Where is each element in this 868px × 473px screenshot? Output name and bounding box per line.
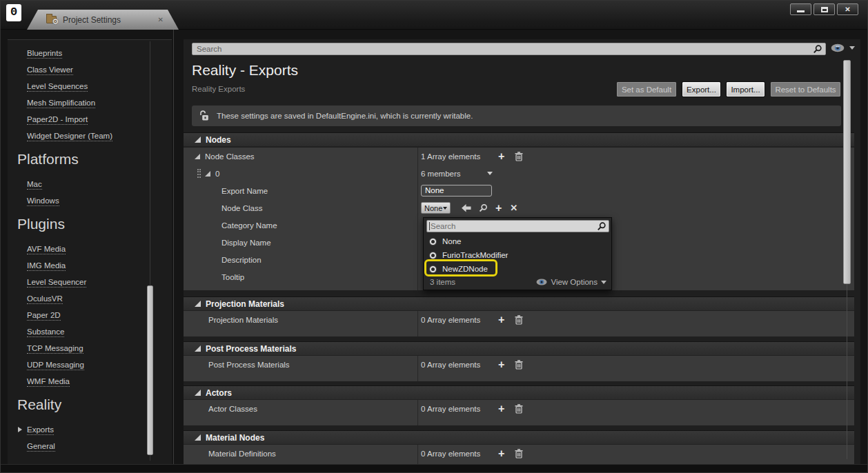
option-label: None (442, 237, 462, 245)
settings-main-panel: Reality - Exports Reality Exports Set as… (184, 39, 860, 464)
sidebar-item-widget-designer[interactable]: Widget Designer (Team) (8, 128, 172, 145)
add-element-button[interactable]: + (498, 152, 504, 161)
export-button[interactable]: Export... (682, 82, 720, 97)
sidebar-item-label: UDP Messaging (27, 361, 84, 370)
view-options-button[interactable]: View Options (536, 278, 606, 286)
sidebar-item-mac[interactable]: Mac (8, 177, 172, 193)
sidebar-item-level-sequences[interactable]: Level Sequences (8, 79, 172, 95)
sidebar-item-paper2d-import[interactable]: Paper2D - Import (8, 112, 172, 128)
maximize-button[interactable] (813, 3, 835, 15)
row-label: 0 (215, 170, 219, 178)
sidebar-item-class-viewer[interactable]: Class Viewer (8, 62, 172, 79)
sidebar-item-label: General (27, 442, 55, 452)
section-title: Material Nodes (206, 433, 264, 443)
element-options-dropdown-icon[interactable] (487, 172, 493, 175)
delete-elements-button[interactable] (515, 152, 523, 161)
title-bar: 0 ⚙ Project Settings ✕ ✕ (1, 1, 867, 30)
tab-close-icon[interactable]: ✕ (158, 16, 164, 23)
delete-elements-button[interactable] (515, 315, 523, 325)
sidebar-item-avf-media[interactable]: AVF Media (8, 241, 172, 258)
main-scrollbar-thumb[interactable] (843, 60, 851, 284)
app-logo: 0 (6, 4, 21, 21)
add-button[interactable]: + (495, 203, 502, 213)
expand-arrow-icon[interactable] (195, 434, 201, 441)
row-label: Node Classes (205, 152, 255, 161)
sidebar-item-windows[interactable]: Windows (8, 193, 172, 210)
search-icon (597, 221, 606, 231)
class-picker-search-input[interactable] (431, 222, 597, 230)
members-count: 6 members (421, 170, 487, 178)
expand-arrow-icon[interactable] (195, 301, 201, 307)
section-header-projection-materials[interactable]: Projection Materials (184, 296, 854, 311)
browse-asset-button[interactable] (479, 203, 488, 212)
expand-arrow-icon[interactable] (205, 171, 210, 177)
close-icon: ✕ (845, 6, 850, 13)
settings-search-bar[interactable] (192, 43, 826, 55)
set-as-default-button[interactable]: Set as Default (617, 82, 676, 97)
project-settings-window: 0 ⚙ Project Settings ✕ ✕ Blueprints Clas… (0, 0, 868, 473)
delete-elements-button[interactable] (515, 449, 523, 459)
combobox-value: None (424, 204, 442, 212)
row-label: Category Name (221, 221, 277, 230)
sidebar-scrollbar-thumb[interactable] (147, 285, 153, 455)
node-class-combobox[interactable]: None (421, 202, 451, 214)
delete-elements-button[interactable] (515, 360, 523, 370)
expand-arrow-icon[interactable] (195, 137, 201, 143)
view-visibility-control[interactable] (831, 43, 855, 52)
class-picker-search-bar[interactable] (426, 220, 609, 232)
sidebar-item-img-media[interactable]: IMG Media (8, 258, 172, 274)
add-element-button[interactable]: + (498, 404, 504, 414)
section-header-material-nodes[interactable]: Material Nodes (184, 430, 854, 445)
sidebar-item-blueprints[interactable]: Blueprints (8, 46, 172, 62)
sidebar-item-label: Paper2D - Import (27, 115, 88, 125)
class-option-none[interactable]: None (424, 234, 611, 248)
selected-item-arrow-icon (18, 427, 22, 432)
section-header-post-process-materials[interactable]: Post Process Materials (184, 341, 854, 356)
import-button[interactable]: Import... (727, 82, 765, 97)
add-element-button[interactable]: + (498, 360, 504, 370)
export-name-input[interactable]: None (421, 185, 492, 197)
section-header-nodes[interactable]: Nodes (184, 132, 854, 147)
sidebar-item-label: WMF Media (27, 377, 70, 387)
close-button[interactable]: ✕ (837, 3, 858, 15)
class-picker-footer: 3 items View Options (424, 276, 611, 288)
class-option-furiotrackmodifier[interactable]: FurioTrackModifier (424, 248, 611, 262)
row-material-definitions: Material Definitions 0 Array elements + (184, 445, 854, 462)
sidebar-item-label: TCP Messaging (27, 344, 83, 354)
sidebar-heading-platforms: Platforms (8, 149, 172, 170)
minimize-button[interactable] (790, 3, 811, 15)
expand-arrow-icon[interactable] (195, 345, 201, 352)
class-option-newzdnode[interactable]: NewZDNode (424, 262, 611, 276)
page-title: Reality - Exports (192, 62, 298, 79)
settings-search-input[interactable] (197, 45, 813, 53)
tab-project-settings[interactable]: ⚙ Project Settings ✕ (27, 10, 179, 30)
expand-arrow-icon[interactable] (195, 154, 200, 159)
drag-handle[interactable] (197, 169, 201, 178)
panel-splitter[interactable] (173, 30, 174, 464)
section-header-actors[interactable]: Actors (184, 385, 854, 400)
settings-sidebar: Blueprints Class Viewer Level Sequences … (8, 39, 172, 464)
row-label: Node Class (221, 204, 262, 212)
reset-to-defaults-button[interactable]: Reset to Defaults (771, 82, 840, 97)
array-elements-count: 0 Array elements (421, 361, 498, 369)
node-class-picker-dropdown: None FurioTrackModifier NewZDNode 3 item… (423, 217, 612, 290)
sidebar-item-mesh-simplification[interactable]: Mesh Simplification (8, 95, 172, 112)
delete-elements-button[interactable] (515, 404, 523, 414)
add-element-button[interactable]: + (498, 449, 504, 459)
row-label: Post Process Materials (208, 361, 290, 369)
section-rows-actors: Actor Classes 0 Array elements + (184, 400, 854, 425)
row-label: Display Name (221, 239, 271, 247)
row-array-element-0: 0 6 members (184, 165, 854, 182)
row-node-classes: Node Classes 1 Array elements + (184, 148, 854, 165)
eye-icon (831, 43, 845, 52)
use-selected-asset-button[interactable] (462, 204, 471, 212)
folder-gear-icon: ⚙ (46, 16, 57, 23)
sidebar-heading-plugins: Plugins (8, 214, 172, 234)
expand-arrow-icon[interactable] (195, 390, 201, 396)
sidebar-item-label: Widget Designer (Team) (27, 132, 112, 141)
add-element-button[interactable]: + (498, 315, 504, 325)
clear-button[interactable]: ✕ (510, 203, 517, 212)
sidebar-item-label: Mesh Simplification (27, 99, 95, 108)
view-options-label: View Options (551, 278, 598, 286)
row-label: Material Definitions (208, 450, 276, 458)
